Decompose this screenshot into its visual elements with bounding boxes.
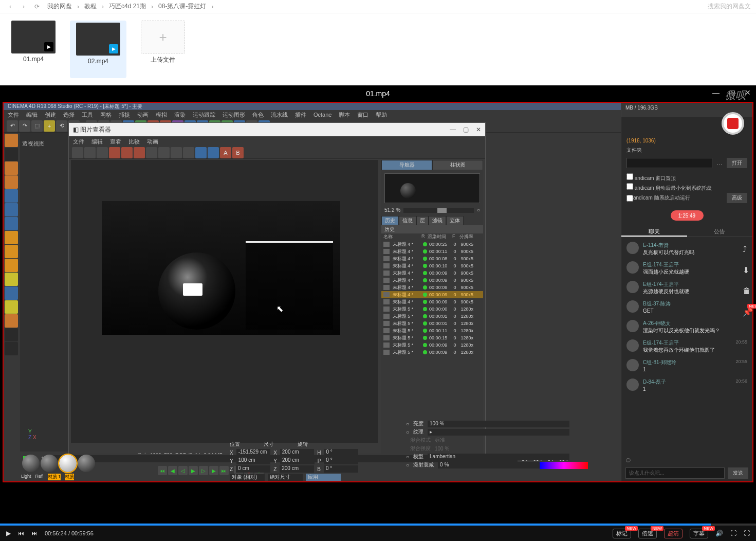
mode-icon[interactable] — [5, 314, 18, 328]
menu-帮助[interactable]: 帮助 — [376, 111, 387, 119]
tool-icon[interactable]: ↶ — [7, 120, 18, 132]
goto-end-icon[interactable]: ⏭ — [219, 466, 229, 475]
min-icon[interactable]: — — [450, 126, 456, 133]
speed-button[interactable]: 倍速NEW — [638, 529, 657, 538]
menu-选择[interactable]: 选择 — [63, 111, 75, 119]
nav-thumbnail[interactable] — [384, 173, 480, 203]
menu-角色[interactable]: 角色 — [252, 111, 264, 119]
menu-文件[interactable]: 文件 — [8, 111, 19, 119]
history-row[interactable]: 未标题 4 *00:00:090900x5 — [381, 284, 483, 291]
crumb-2[interactable]: 巧匠c4d 21期 — [109, 2, 146, 11]
record-button[interactable] — [722, 112, 744, 135]
move-icon[interactable]: + — [44, 120, 55, 132]
menu-渲染[interactable]: 渲染 — [174, 111, 186, 119]
rot-b-field[interactable]: 0 ° — [324, 465, 358, 473]
pv-tool-icon[interactable] — [183, 147, 194, 158]
advanced-button[interactable]: 高级 — [727, 193, 747, 203]
prev-key-icon[interactable]: ◀ — [168, 466, 177, 475]
pv-menu-编辑[interactable]: 编辑 — [91, 138, 103, 146]
menu-Octane[interactable]: Octane — [314, 112, 331, 118]
mode-icon[interactable] — [5, 273, 18, 286]
pv-tool-icon[interactable] — [171, 147, 182, 158]
pv-tool-icon[interactable] — [146, 147, 157, 158]
output-path[interactable] — [626, 158, 712, 168]
model-select[interactable]: Lambertian — [428, 454, 569, 460]
history-row[interactable]: 未标题 4 *00:00:100900x5 — [381, 262, 483, 269]
prev-frame-icon[interactable]: ◁ — [178, 466, 188, 475]
mode-icon[interactable] — [5, 231, 18, 244]
pin-icon[interactable]: 📌NEW — [743, 307, 753, 317]
opt-startup[interactable] — [626, 195, 633, 202]
crumb-3[interactable]: 08-第八课-霓虹灯 — [158, 2, 206, 11]
pip-icon[interactable]: ⛶ — [730, 530, 736, 537]
pos-x-field[interactable]: -151.529 cm — [236, 449, 270, 456]
size-z-field[interactable]: 200 cm — [280, 465, 314, 473]
pv-tool-icon[interactable] — [109, 147, 120, 158]
tab-histogram[interactable]: 柱状图 — [432, 160, 483, 170]
menu-捕捉[interactable]: 捕捉 — [119, 111, 130, 119]
history-row[interactable]: 未标题 5 *00:00:0101280x — [381, 320, 483, 327]
mode-icon[interactable] — [5, 328, 18, 341]
pos-y-field[interactable]: 100 cm — [236, 457, 271, 464]
mode-icon[interactable] — [5, 148, 18, 161]
pv-tool-icon[interactable] — [72, 147, 83, 158]
zoom-reset-icon[interactable]: ○ — [477, 207, 480, 213]
quality-button[interactable]: 超清 — [664, 529, 683, 538]
size-mode[interactable]: 绝对尺寸 — [268, 474, 303, 481]
opt-ontop[interactable] — [626, 173, 633, 180]
file-upload[interactable]: + 上传文件 — [135, 21, 191, 78]
menu-运动图形[interactable]: 运动图形 — [223, 111, 245, 119]
coord-mode[interactable]: 对象 (相对) — [230, 474, 265, 481]
pv-tool-icon[interactable] — [208, 147, 219, 158]
opt-tray[interactable] — [626, 183, 633, 190]
refresh-button[interactable]: ⟳ — [32, 2, 42, 12]
menu-编辑[interactable]: 编辑 — [26, 111, 38, 119]
menu-脚本[interactable]: 脚本 — [339, 111, 350, 119]
menu-模拟[interactable]: 模拟 — [156, 111, 167, 119]
mark-button[interactable]: 标记NEW — [613, 529, 631, 538]
forward-button[interactable]: › — [19, 2, 29, 12]
play-button[interactable]: ▶ — [6, 530, 11, 537]
delete-icon[interactable]: 🗑 — [743, 286, 753, 296]
hist-tab-层[interactable]: 层 — [416, 216, 429, 225]
history-row[interactable]: 未标题 5 *00:00:0901280x — [381, 341, 483, 349]
history-row[interactable]: 未标题 4 *00:00:090900x5 — [381, 291, 483, 298]
mode-icon[interactable] — [5, 134, 18, 147]
file-02[interactable]: ▶ 02.mp4 — [70, 21, 126, 78]
history-row[interactable]: 未标题 5 *00:00:0901280x — [381, 349, 483, 356]
rot-h-field[interactable]: 0 ° — [324, 449, 358, 456]
menu-网格[interactable]: 网格 — [100, 111, 112, 119]
rotate-icon[interactable]: ⟲ — [56, 120, 67, 132]
pv-tool-icon[interactable] — [97, 147, 108, 158]
mode-icon[interactable] — [5, 300, 18, 314]
texture-field[interactable]: ▸ — [428, 429, 569, 436]
history-row[interactable]: 未标题 4 *00:00:090900x5 — [381, 277, 483, 284]
fullscreen-icon[interactable]: ⛶ — [744, 530, 750, 537]
menu-插件[interactable]: 插件 — [295, 111, 306, 119]
pv-tool-icon[interactable] — [195, 147, 207, 158]
next-key-icon[interactable]: ▶ — [209, 466, 218, 475]
material-refl[interactable] — [41, 455, 58, 472]
pv-menu-文件[interactable]: 文件 — [73, 138, 84, 146]
rot-p-field[interactable]: 0 ° — [324, 457, 358, 464]
mode-icon[interactable] — [5, 175, 18, 189]
history-row[interactable]: 未标题 5 *00:00:1101280x — [381, 327, 483, 334]
pv-tool-icon[interactable]: B — [232, 147, 244, 158]
minimize-icon[interactable]: — — [712, 88, 720, 97]
apply-button[interactable]: 应用 — [306, 474, 341, 481]
size-x-field[interactable]: 200 cm — [280, 449, 314, 456]
menu-窗口[interactable]: 窗口 — [357, 111, 368, 119]
next-frame-icon[interactable]: ▷ — [199, 466, 208, 475]
history-row[interactable]: 未标题 4 *00:00:090900x5 — [381, 269, 483, 277]
search-input[interactable]: 搜索我的网盘文 — [708, 2, 751, 11]
mode-icon[interactable] — [5, 286, 18, 300]
back-button[interactable]: ‹ — [5, 2, 15, 12]
history-row[interactable]: 未标题 4 *00:00:110900x5 — [381, 248, 483, 255]
open-folder-button[interactable]: 打开 — [727, 158, 747, 168]
pv-menu-动画[interactable]: 动画 — [147, 138, 158, 146]
size-y-field[interactable]: 200 cm — [280, 457, 315, 464]
file-01[interactable]: ▶ 01.mp4 — [5, 21, 62, 78]
tool-icon[interactable]: ↷ — [19, 120, 30, 132]
zoom-slider[interactable] — [403, 208, 474, 213]
send-button[interactable]: 发送 — [728, 467, 748, 479]
